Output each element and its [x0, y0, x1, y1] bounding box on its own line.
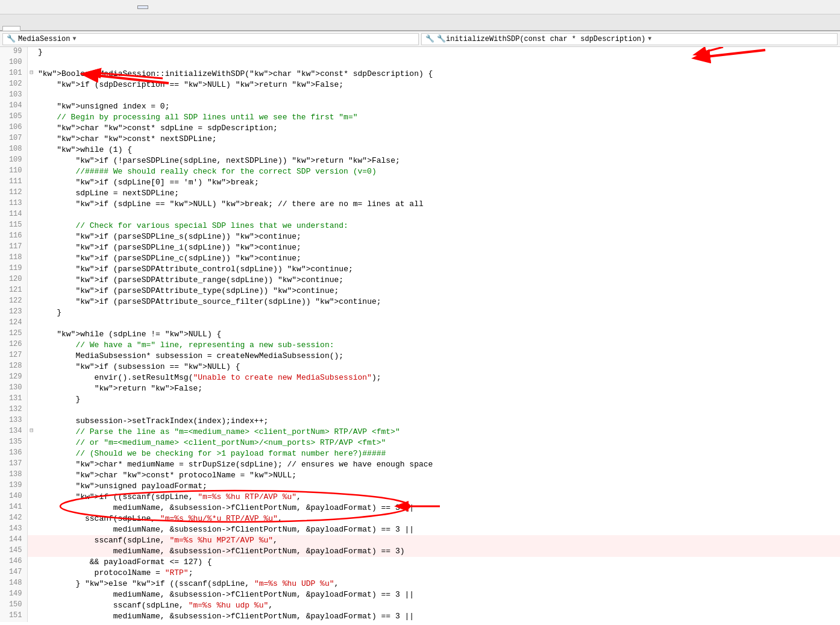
code-content	[36, 58, 840, 69]
table-row: 123 }	[0, 307, 840, 318]
tab-mediasession[interactable]	[2, 26, 20, 31]
code-content: "kw">if (parseSDPLine_s(sdpLine)) "kw">c…	[36, 231, 840, 242]
line-expand	[27, 307, 36, 318]
line-number: 143	[0, 524, 27, 535]
menu-help[interactable]	[118, 6, 128, 8]
line-expand	[27, 362, 36, 372]
table-row: 122 "kw">if (parseSDPAttribute_source_fi…	[0, 297, 840, 307]
code-content: mediumName, &subsession->fClientPortNum,…	[36, 524, 840, 535]
code-editor[interactable]: 99}100101⊟"kw">Boolean MediaSession::ini…	[0, 47, 840, 625]
line-number: 126	[0, 340, 27, 351]
menu-view[interactable]	[22, 6, 31, 8]
nav-method-arrow: ▼	[648, 36, 651, 42]
line-number: 122	[0, 297, 27, 307]
line-expand	[27, 470, 36, 481]
table-row: 99}	[0, 47, 840, 58]
line-expand	[27, 318, 36, 329]
code-content: "kw">unsigned index = 0;	[36, 101, 840, 112]
line-expand	[27, 286, 36, 297]
line-number: 133	[0, 416, 27, 427]
line-number: 123	[0, 307, 27, 318]
menu-vmware[interactable]	[128, 6, 137, 8]
line-number: 101	[0, 69, 27, 80]
nav-class-arrow: ▼	[72, 36, 76, 42]
line-number: 110	[0, 166, 27, 177]
line-number: 107	[0, 134, 27, 145]
code-content: // We have a "m=" line, representing a n…	[36, 340, 840, 351]
line-number: 135	[0, 438, 27, 448]
table-row: 136 // (Should we be checking for >1 pay…	[0, 448, 840, 459]
code-content: "kw">while (sdpLine != "kw">NULL) {	[36, 329, 840, 340]
table-row: 133 subsession->setTrackIndex(index);ind…	[0, 416, 840, 427]
menu-tools[interactable]	[80, 6, 89, 8]
nav-class-dropdown[interactable]: 🔧 MediaSession ▼	[2, 33, 419, 45]
table-row: 119 "kw">if (parseSDPAttribute_control(s…	[0, 264, 840, 275]
code-content: sscanf(sdpLine, "m=%s %hu/%*u RTP/AVP %u…	[36, 514, 840, 524]
line-expand	[27, 177, 36, 188]
line-number: 124	[0, 318, 27, 329]
line-number: 108	[0, 145, 27, 155]
line-number: 145	[0, 546, 27, 557]
line-number: 151	[0, 611, 27, 622]
line-number: 136	[0, 448, 27, 459]
line-expand	[27, 492, 36, 503]
line-number: 149	[0, 589, 27, 600]
code-content: mediumName, &subsession->fClientPortNum,…	[36, 611, 840, 622]
code-content: "kw">char "kw">const* sdpLine = sdpDescr…	[36, 123, 840, 134]
table-row: 112 sdpLine = nextSDPLine;	[0, 188, 840, 199]
code-content: "kw">if ((sscanf(sdpLine, "m=%s %hu RTP/…	[36, 492, 840, 503]
line-number: 137	[0, 459, 27, 470]
table-row: 141 mediumName, &subsession->fClientPort…	[0, 503, 840, 514]
nav-method-dropdown[interactable]: 🔧 🔧initializeWithSDP(const char * sdpDes…	[421, 33, 838, 45]
code-content: "kw">return "kw">False;	[36, 383, 840, 394]
menu-file[interactable]	[2, 6, 12, 8]
code-content: protocolName = "RTP";	[36, 568, 840, 579]
line-expand	[27, 438, 36, 448]
line-expand	[27, 405, 36, 416]
table-row: 127 MediaSubsession* subsession = create…	[0, 351, 840, 362]
line-expand	[27, 394, 36, 405]
menu-data[interactable]	[70, 6, 80, 8]
menu-build[interactable]	[51, 6, 60, 8]
code-content: // or "m=<medium_name> <client_portNum>/…	[36, 438, 840, 448]
menu-analyze[interactable]	[99, 6, 108, 8]
line-expand	[27, 145, 36, 155]
table-row: 134⊟ // Parse the line as "m=<medium_nam…	[0, 427, 840, 438]
code-content: MediaSubsession* subsession = createNewM…	[36, 351, 840, 362]
menu-gitext[interactable]	[31, 6, 41, 8]
table-row: 131 }	[0, 394, 840, 405]
table-row: 109 "kw">if (!parseSDPLine(sdpLine, next…	[0, 155, 840, 166]
menu-test[interactable]	[89, 6, 99, 8]
menu-fullscreen[interactable]	[137, 5, 148, 9]
table-row: 139 "kw">unsigned payloadFormat;	[0, 481, 840, 492]
line-expand	[27, 134, 36, 145]
line-number: 142	[0, 514, 27, 524]
line-expand[interactable]: ⊟	[27, 69, 36, 80]
table-row: 107 "kw">char "kw">const* nextSDPLine;	[0, 134, 840, 145]
table-row: 106 "kw">char "kw">const* sdpLine = sdpD…	[0, 123, 840, 134]
table-row: 104 "kw">unsigned index = 0;	[0, 101, 840, 112]
line-expand	[27, 372, 36, 383]
line-expand	[27, 503, 36, 514]
menu-window[interactable]	[108, 6, 118, 8]
code-content: //##### We should really check for the c…	[36, 166, 840, 177]
line-number: 109	[0, 155, 27, 166]
menu-debug[interactable]	[60, 6, 70, 8]
line-expand[interactable]: ⊟	[27, 427, 36, 438]
line-number: 120	[0, 275, 27, 286]
menu-project[interactable]	[41, 6, 51, 8]
table-row: 146 && payloadFormat <= 127) {	[0, 557, 840, 568]
line-expand	[27, 80, 36, 90]
nav-class-icon: 🔧	[7, 34, 16, 43]
code-content: "kw">while (1) {	[36, 145, 840, 155]
code-table: 99}100101⊟"kw">Boolean MediaSession::ini…	[0, 47, 840, 622]
line-number: 106	[0, 123, 27, 134]
line-expand	[27, 275, 36, 286]
table-row: 129 envir().setResultMsg("Unable to crea…	[0, 372, 840, 383]
line-expand	[27, 210, 36, 221]
code-content: }	[36, 394, 840, 405]
code-content: "kw">char "kw">const* protocolName = "kw…	[36, 470, 840, 481]
line-number: 121	[0, 286, 27, 297]
menu-edit[interactable]	[12, 6, 22, 8]
line-expand	[27, 546, 36, 557]
